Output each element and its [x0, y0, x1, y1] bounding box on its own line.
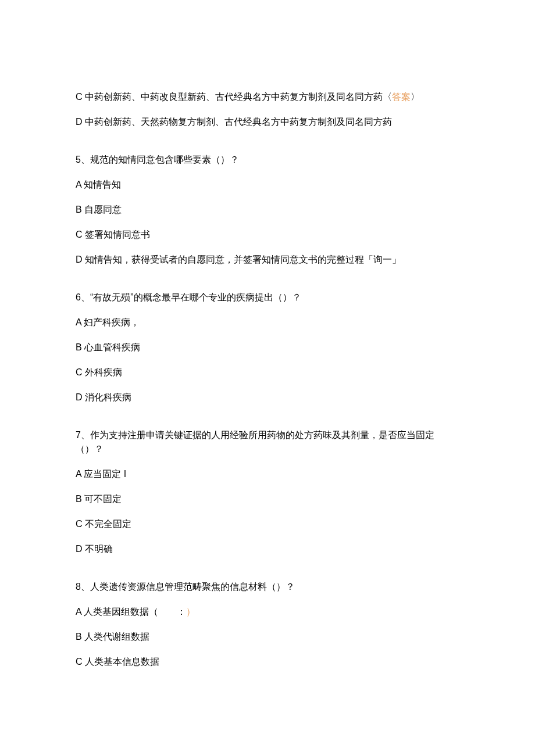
q8-stem: 8、人类遗传资源信息管理范畴聚焦的信息材料（）？	[76, 580, 459, 594]
q8-option-a-prefix: A 人类基因组数据（ ：	[76, 607, 186, 617]
q4-option-c-suffix: 〉	[411, 92, 420, 102]
q7-stem: 7、作为支持注册申请关键证据的人用经验所用药物的处方药味及其剂量，是否应当固定（…	[76, 428, 459, 456]
q6-stem: 6、“有故无殒”的概念最早在哪个专业的疾病提出（）？	[76, 291, 459, 304]
q8-option-b: B 人类代谢组数据	[76, 630, 459, 644]
q7-option-d: D 不明确	[76, 542, 459, 556]
q4-option-d: D 中药创新药、天然药物复方制剂、古代经典名方中药复方制剂及同名同方药	[76, 115, 459, 129]
q4-option-c-prefix: C 中药创新药、中药改良型新药、古代经典名方中药复方制剂及同名同方药〈	[76, 92, 392, 102]
q5-stem: 5、规范的知情同意包含哪些要素（）？	[76, 153, 459, 167]
q7-option-b: B 可不固定	[76, 492, 459, 506]
q5-option-d: D 知情告知，获得受试者的自愿同意，并签署知情同意文书的完整过程「询一」	[76, 253, 459, 267]
q5-option-a: A 知情告知	[76, 178, 459, 192]
q5-option-b: B 自愿同意	[76, 203, 459, 217]
q7-option-c: C 不完全固定	[76, 517, 459, 531]
q7-option-a: A 应当固定 I	[76, 467, 459, 481]
q6-option-c: C 外科疾病	[76, 366, 459, 379]
q8-option-a: A 人类基因组数据（ ：）	[76, 605, 459, 619]
q6-option-a: A 妇产科疾病，	[76, 316, 459, 329]
q8-option-c: C 人类基本信息数据	[76, 655, 459, 669]
q6-option-b: B 心血管科疾病	[76, 341, 459, 354]
q4-option-c: C 中药创新药、中药改良型新药、古代经典名方中药复方制剂及同名同方药〈答案〉	[76, 90, 459, 104]
q5-option-c: C 签署知情同意书	[76, 228, 459, 242]
q6-option-d: D 消化科疾病	[76, 390, 459, 404]
q8-option-a-paren: ）	[186, 607, 195, 617]
answer-marker: 答案	[392, 92, 411, 102]
